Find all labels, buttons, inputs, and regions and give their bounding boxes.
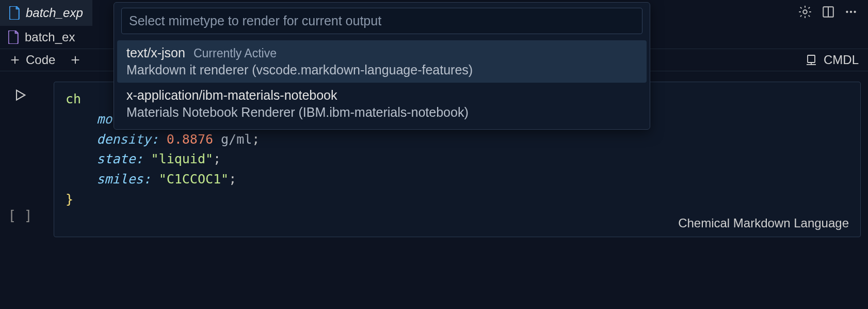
quickpick-input[interactable] [121, 8, 642, 34]
play-icon [13, 88, 27, 102]
quickpick-item[interactable]: x-application/ibm-materials-notebook Mat… [117, 83, 647, 125]
plus-icon [70, 54, 81, 66]
more-icon[interactable] [844, 5, 858, 21]
run-cell-button[interactable] [13, 88, 27, 104]
add-code-label: Code [26, 53, 55, 67]
quickpick-item-detail: Markdown it renderer (vscode.markdown-la… [126, 63, 637, 78]
svg-marker-13 [17, 90, 25, 100]
code-token: state [97, 151, 135, 166]
quickpick-item-badge: Currently Active [194, 47, 277, 60]
quickpick-item[interactable]: text/x-json Currently Active Markdown it… [117, 40, 647, 83]
svg-rect-10 [808, 55, 815, 63]
code-token: g/ml [213, 132, 252, 147]
editor-tab[interactable]: batch_exp [0, 0, 92, 26]
quickpick-item-detail: Materials Notebook Renderer (IBM.ibm-mat… [126, 105, 637, 120]
code-token: 0.8876 [167, 132, 213, 147]
cell-language-label[interactable]: Chemical Markdown Language [66, 216, 849, 230]
code-token: density [97, 132, 151, 147]
svg-point-0 [803, 10, 807, 13]
file-icon [8, 30, 20, 44]
gear-icon[interactable] [798, 5, 812, 21]
svg-point-4 [850, 11, 852, 13]
quickpick-list: text/x-json Currently Active Markdown it… [114, 39, 650, 129]
tab-label: batch_exp [26, 6, 83, 20]
code-token: "liquid" [151, 151, 213, 166]
quickpick-input-row [114, 3, 650, 39]
breadcrumb-label: batch_ex [25, 30, 75, 44]
plus-icon [9, 54, 21, 66]
quickpick-palette: text/x-json Currently Active Markdown it… [114, 2, 650, 130]
code-token: ch [66, 91, 81, 106]
quickpick-item-title: text/x-json [126, 45, 185, 60]
tab-bar-left: batch_exp [0, 0, 92, 26]
kernel-picker[interactable]: CMDL [805, 53, 859, 67]
svg-point-5 [854, 11, 856, 13]
tab-bar-actions [798, 5, 868, 21]
execution-count: [ ] [8, 208, 33, 223]
code-token: "C1CCOC1" [159, 172, 229, 187]
code-token: smiles [97, 172, 143, 187]
kernel-label: CMDL [824, 53, 859, 67]
run-gutter: [ ] [7, 82, 33, 237]
split-editor-icon[interactable] [822, 5, 835, 21]
add-cell-button[interactable] [70, 54, 81, 66]
svg-point-3 [846, 11, 848, 13]
add-code-button[interactable]: Code [9, 53, 55, 67]
file-icon [9, 6, 21, 20]
quickpick-item-title: x-application/ibm-materials-notebook [126, 88, 337, 103]
notebook-toolbar-left: Code [9, 53, 81, 67]
server-icon [805, 54, 817, 66]
